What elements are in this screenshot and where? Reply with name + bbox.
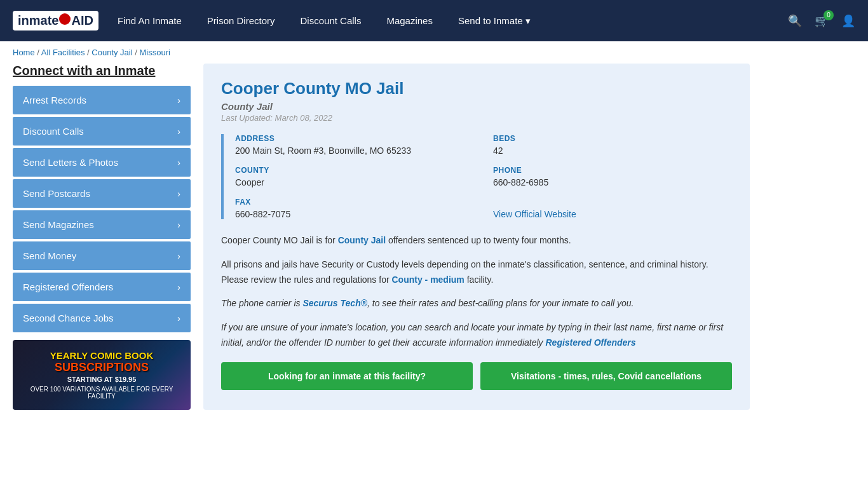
breadcrumb-all-facilities[interactable]: All Facilities: [41, 48, 85, 57]
fax-block: FAX 660-882-7075: [235, 198, 474, 219]
address-block: ADDRESS 200 Main St, Room #3, Boonville,…: [235, 134, 474, 156]
arrow-icon: ›: [177, 126, 180, 137]
info-grid: ADDRESS 200 Main St, Room #3, Boonville,…: [221, 134, 732, 219]
user-button[interactable]: 👤: [841, 14, 855, 28]
sidebar-item-send-letters[interactable]: Send Letters & Photos ›: [13, 148, 191, 177]
arrow-icon: ›: [177, 250, 180, 261]
county-medium-link[interactable]: County - medium: [391, 274, 464, 285]
sidebar-menu: Arrest Records › Discount Calls › Send L…: [13, 86, 191, 332]
breadcrumb: Home / All Facilities / County Jail / Mi…: [0, 41, 868, 64]
sidebar-item-send-money[interactable]: Send Money ›: [13, 241, 191, 270]
visitations-button[interactable]: Visitations - times, rules, Covid cancel…: [480, 362, 732, 390]
county-value: Cooper: [235, 177, 474, 187]
search-button[interactable]: 🔍: [788, 14, 802, 28]
county-block: COUNTY Cooper: [235, 166, 474, 187]
looking-for-inmate-button[interactable]: Looking for an inmate at this facility?: [221, 362, 473, 390]
action-buttons: Looking for an inmate at this facility? …: [221, 362, 732, 390]
facility-type: County Jail: [221, 101, 732, 112]
address-label: ADDRESS: [235, 134, 474, 143]
desc-p3: The phone carrier is Securus Tech®, to s…: [221, 296, 732, 311]
logo-text-inmate: inmate: [18, 13, 58, 28]
logo-icon: [59, 13, 71, 25]
website-link[interactable]: View Official Website: [493, 209, 576, 219]
nav-menu: Find An Inmate Prison Directory Discount…: [118, 15, 788, 27]
navbar-icons: 🔍 🛒 0 👤: [788, 14, 855, 28]
desc-p4: If you are unsure of your inmate's locat…: [221, 320, 732, 351]
nav-item-find-inmate[interactable]: Find An Inmate: [118, 15, 182, 26]
sidebar: Connect with an Inmate Arrest Records › …: [13, 64, 191, 410]
sidebar-item-second-chance-jobs[interactable]: Second Chance Jobs ›: [13, 304, 191, 332]
beds-block: BEDS 42: [493, 134, 732, 156]
cart-button[interactable]: 🛒 0: [815, 14, 829, 28]
main-container: Connect with an Inmate Arrest Records › …: [0, 64, 763, 429]
breadcrumb-home[interactable]: Home: [13, 48, 35, 57]
ad-title-comic: SUBSCRIPTIONS: [55, 361, 149, 374]
registered-offenders-link[interactable]: Registered Offenders: [545, 337, 635, 348]
phone-label: PHONE: [493, 166, 732, 175]
sidebar-item-arrest-records[interactable]: Arrest Records ›: [13, 86, 191, 114]
fax-value: 660-882-7075: [235, 209, 474, 219]
arrow-icon: ›: [177, 219, 180, 230]
website-block: View Official Website: [493, 198, 732, 219]
logo-text-aid: AID: [71, 13, 93, 28]
arrow-icon: ›: [177, 313, 180, 323]
sidebar-item-registered-offenders[interactable]: Registered Offenders ›: [13, 273, 191, 301]
sidebar-title: Connect with an Inmate: [13, 64, 191, 78]
county-jail-link[interactable]: County Jail: [338, 235, 386, 245]
beds-value: 42: [493, 146, 732, 156]
ad-price: STARTING AT $19.95: [67, 376, 137, 383]
desc-p1: Cooper County MO Jail is for County Jail…: [221, 233, 732, 248]
nav-item-prison-directory[interactable]: Prison Directory: [207, 15, 275, 26]
website-spacer: [493, 198, 732, 207]
navbar: inmate AID Find An Inmate Prison Directo…: [0, 0, 868, 41]
cart-badge: 0: [824, 10, 834, 20]
arrow-icon: ›: [177, 281, 180, 292]
ad-title-yearly: YEARLY COMIC BOOK: [50, 350, 154, 361]
breadcrumb-state[interactable]: Missouri: [139, 48, 170, 57]
facility-updated: Last Updated: March 08, 2022: [221, 113, 732, 123]
breadcrumb-county-jail[interactable]: County Jail: [92, 48, 132, 57]
county-label: COUNTY: [235, 166, 474, 175]
main-content: Cooper County MO Jail County Jail Last U…: [203, 64, 750, 410]
nav-item-send-to-inmate[interactable]: Send to Inmate ▾: [458, 15, 531, 27]
arrow-icon: ›: [177, 188, 180, 199]
beds-label: BEDS: [493, 134, 732, 143]
arrow-icon: ›: [177, 95, 180, 105]
nav-item-discount-calls[interactable]: Discount Calls: [301, 15, 362, 26]
ad-sub: OVER 100 VARIATIONS AVAILABLE FOR EVERY …: [19, 386, 184, 400]
sidebar-item-send-postcards[interactable]: Send Postcards ›: [13, 179, 191, 208]
sidebar-item-discount-calls[interactable]: Discount Calls ›: [13, 117, 191, 146]
phone-block: PHONE 660-882-6985: [493, 166, 732, 187]
facility-title: Cooper County MO Jail: [221, 79, 732, 98]
address-value: 200 Main St, Room #3, Boonville, MO 6523…: [235, 146, 474, 156]
desc-p2: All prisons and jails have Security or C…: [221, 257, 732, 288]
facility-description: Cooper County MO Jail is for County Jail…: [221, 233, 732, 351]
fax-label: FAX: [235, 198, 474, 207]
logo[interactable]: inmate AID: [13, 11, 98, 30]
arrow-icon: ›: [177, 157, 180, 168]
sidebar-ad[interactable]: YEARLY COMIC BOOK SUBSCRIPTIONS STARTING…: [13, 340, 191, 410]
nav-item-magazines[interactable]: Magazines: [386, 15, 433, 26]
sidebar-item-send-magazines[interactable]: Send Magazines ›: [13, 210, 191, 239]
phone-value: 660-882-6985: [493, 177, 732, 187]
securus-link[interactable]: Securus Tech®: [302, 298, 367, 308]
